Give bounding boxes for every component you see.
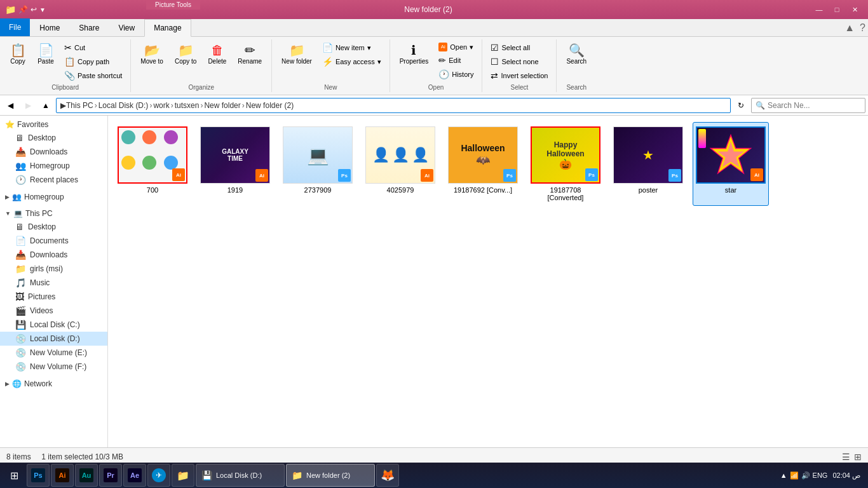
up-button[interactable]: ▲ (38, 98, 53, 113)
network-header[interactable]: ▶ 🌐 Network (0, 377, 107, 390)
localdisk-window-icon: 💾 (201, 470, 212, 480)
file-item[interactable]: GALAXYTIME Ai 1919 (197, 122, 273, 206)
refresh-button[interactable]: ↻ (733, 98, 749, 113)
file-item[interactable]: 💻 Ps 2737909 (280, 122, 356, 206)
path-work[interactable]: work (153, 101, 169, 110)
clock[interactable]: 02:04 ص (832, 471, 860, 480)
file-item[interactable]: ★ Ps poster (610, 122, 686, 206)
file-item[interactable]: Ai star (693, 122, 769, 206)
back-button[interactable]: ◀ (3, 98, 18, 113)
paste-shortcut-button[interactable]: 📎 Paste shortcut (61, 69, 125, 83)
file-item[interactable]: HappyHalloween 🎃 Ps 19187708 [Converted] (527, 122, 604, 206)
sidebar-item-videos[interactable]: 🎬 Videos (0, 304, 107, 318)
volume-tray-icon[interactable]: 🔊 (801, 471, 810, 480)
girls-icon: 📁 (15, 264, 26, 274)
large-icons-view-icon[interactable]: ⊞ (854, 452, 862, 462)
sidebar-item-vol-f[interactable]: 💿 New Volume (F:) (0, 360, 107, 374)
sidebar-item-homegroup-fav[interactable]: 👥 Homegroup (0, 159, 107, 173)
window-controls: — □ ✕ (811, 3, 863, 16)
task-window-newfolder[interactable]: 📁 New folder (2) (286, 464, 375, 487)
easy-access-button[interactable]: ⚡ Easy access ▾ (319, 55, 384, 69)
task-window-localdisk[interactable]: 💾 Local Disk (D:) (196, 464, 285, 487)
firefox-taskbtn[interactable]: 🦊 (376, 464, 399, 487)
homegroup-header[interactable]: ▶ 👥 Homegroup (0, 191, 107, 203)
firefox-taskbar-icon: 🦊 (381, 468, 395, 482)
select-none-button[interactable]: ☐ Select none (487, 55, 551, 69)
sidebar-item-documents[interactable]: 📄 Documents (0, 234, 107, 248)
path-new-folder[interactable]: New folder (204, 101, 240, 110)
task-right: ▲ 📶 🔊 ENG 02:04 ص (780, 471, 865, 480)
file-item[interactable]: Ai 700 (114, 122, 191, 206)
telegram-taskbtn[interactable]: ✈ (147, 464, 170, 487)
tab-home[interactable]: Home (30, 18, 69, 36)
premiere-taskbtn[interactable]: Pr (99, 464, 122, 487)
girls-label: girls (msi) (30, 264, 63, 273)
properties-button[interactable]: ℹ Properties (395, 41, 433, 68)
illustrator-taskbtn[interactable]: Ai (51, 464, 74, 487)
sidebar-item-downloads[interactable]: 📥 Downloads (0, 248, 107, 262)
tab-view[interactable]: View (109, 18, 144, 36)
maximize-button[interactable]: □ (829, 3, 845, 16)
details-view-icon[interactable]: ☰ (842, 452, 850, 462)
search-input[interactable] (768, 101, 861, 110)
move-to-button[interactable]: 📂 Move to (136, 41, 168, 68)
tab-manage[interactable]: Manage (144, 19, 191, 37)
close-button[interactable]: ✕ (846, 3, 863, 16)
copy-button[interactable]: 📋 Copy (5, 41, 31, 68)
delete-button[interactable]: 🗑 Delete (203, 41, 231, 68)
this-pc-header[interactable]: ▼ 💻 This PC (0, 207, 107, 220)
copy-to-button[interactable]: 📁 Copy to (170, 41, 201, 68)
address-path[interactable]: ▶ This PC › Local Disk (D:) › work › tut… (56, 98, 731, 113)
ribbon-expand-icon[interactable]: ▲ (842, 20, 857, 36)
ps-badge: Ps (338, 169, 351, 182)
path-new-folder-2[interactable]: New folder (2) (246, 101, 294, 110)
file-item[interactable]: Halloween 🦇 Ps 19187692 [Conv...] (445, 122, 521, 206)
downloads-fav-label: Downloads (30, 147, 67, 156)
rename-button[interactable]: ✏ Rename (233, 41, 266, 68)
history-button[interactable]: 🕐 History (435, 67, 477, 81)
sidebar-item-local-c[interactable]: 💾 Local Disk (C:) (0, 318, 107, 332)
edit-button[interactable]: ✏ Edit (435, 53, 477, 67)
sidebar-item-music[interactable]: 🎵 Music (0, 276, 107, 290)
forward-button[interactable]: ▶ (20, 98, 36, 113)
audition-taskbtn[interactable]: Au (75, 464, 98, 487)
select-all-button[interactable]: ☑ Select all (487, 41, 551, 55)
titlebar-down-icon[interactable]: ▼ (39, 6, 46, 13)
help-icon[interactable]: ? (857, 20, 868, 36)
sidebar-item-recent-fav[interactable]: 🕐 Recent places (0, 173, 107, 187)
titlebar-pin-icon[interactable]: 📌 (18, 5, 28, 14)
file-item[interactable]: 👤 👤 👤 Ai 4025979 (362, 122, 438, 206)
sidebar-item-vol-e[interactable]: 💿 New Volume (E:) (0, 346, 107, 360)
explorer-taskbtn[interactable]: 📁 (172, 464, 194, 487)
sidebar-item-downloads-fav[interactable]: 📥 Downloads (0, 145, 107, 159)
cut-button[interactable]: ✂ Cut (61, 41, 125, 55)
taskbar: ⊞ Ps Ai Au Pr Ae ✈ 📁 💾 (0, 463, 868, 488)
sidebar-item-desktop-fav[interactable]: 🖥 Desktop (0, 131, 107, 145)
homegroup-fav-label: Homegroup (30, 161, 70, 170)
start-button[interactable]: ⊞ (3, 464, 25, 487)
main-layout: ⭐ Favorites 🖥 Desktop 📥 Downloads 👥 Home… (0, 116, 868, 447)
path-tutsxen[interactable]: tutsxen (175, 101, 200, 110)
copy-path-button[interactable]: 📋 Copy path (61, 55, 125, 69)
minimize-button[interactable]: — (811, 3, 827, 16)
tab-file[interactable]: File (0, 18, 30, 36)
photoshop-taskbtn[interactable]: Ps (27, 464, 50, 487)
open-button[interactable]: Ai Open ▾ (435, 41, 477, 53)
path-this-pc[interactable]: This PC (66, 101, 93, 110)
search-box[interactable]: 🔍 (751, 98, 865, 113)
titlebar-undo-icon[interactable]: ↩ (31, 5, 37, 14)
path-local-disk[interactable]: Local Disk (D:) (98, 101, 149, 110)
paste-button[interactable]: 📄 Paste (33, 41, 58, 68)
sidebar-item-desktop[interactable]: 🖥 Desktop (0, 220, 107, 234)
tray-expand[interactable]: ▲ (780, 471, 787, 479)
new-folder-button[interactable]: 📁 New folder (277, 41, 316, 68)
aftereffects-taskbtn[interactable]: Ae (123, 464, 146, 487)
sidebar-item-pictures[interactable]: 🖼 Pictures (0, 290, 107, 304)
tab-share[interactable]: Share (69, 18, 109, 36)
sidebar-item-girls[interactable]: 📁 girls (msi) (0, 262, 107, 276)
invert-selection-button[interactable]: ⇄ Invert selection (487, 69, 551, 83)
search-ribbon-button[interactable]: 🔍 Search (562, 41, 591, 68)
new-item-button[interactable]: 📄 New item ▾ (319, 41, 384, 55)
favorites-header[interactable]: ⭐ Favorites (0, 118, 107, 131)
sidebar-item-local-d[interactable]: 💿 Local Disk (D:) (0, 332, 107, 346)
